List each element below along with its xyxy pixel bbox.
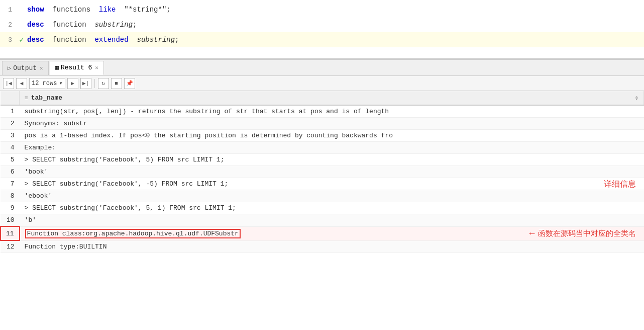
tab-output[interactable]: ▷ Output ✕: [2, 61, 49, 75]
result-icon: ▦: [55, 64, 59, 71]
table-row: 3pos is a 1-based index. If pos<0 the st…: [1, 130, 644, 142]
annotation-label: 函数在源码当中对应的全类名: [538, 229, 636, 238]
row-value-cell: 'ebook': [20, 190, 644, 202]
kw-desc-2: desc: [27, 21, 44, 29]
row-number-cell: 7: [1, 178, 20, 190]
first-page-button[interactable]: |◀: [3, 78, 14, 89]
prev-page-button[interactable]: ◀: [16, 78, 27, 89]
tab-result-label: Result 6: [61, 64, 92, 71]
row-number-cell: 2: [1, 118, 20, 130]
row-value-cell: 'b': [20, 214, 644, 227]
row-value-cell: pos is a 1-based index. If pos<0 the sta…: [20, 130, 644, 142]
nav-divider-1: [94, 79, 95, 88]
last-page-button[interactable]: ▶|: [80, 78, 91, 89]
fn-substring-2: substring: [94, 21, 133, 29]
cell-boxed-content: Function class:org.apache.hadoop.hive.ql…: [25, 229, 241, 238]
kw-desc-3: desc: [27, 36, 44, 44]
editor-line-2: 2 desc function substring;: [0, 17, 644, 32]
rows-select[interactable]: 12 rows ▾: [29, 78, 65, 89]
table-row: 8 'ebook': [1, 190, 644, 202]
kw-extended: extended: [94, 36, 128, 44]
sort-arrow-icon[interactable]: ⇕: [635, 94, 638, 102]
line-number-2: 2: [2, 21, 16, 29]
results-area: ≡ tab_name ⇕ 1substring(str, pos[, len])…: [0, 91, 644, 253]
row-number-cell: 12: [1, 240, 20, 253]
nav-bar: |◀ ◀ 12 rows ▾ ▶ ▶| ↻ ■ 📌: [0, 76, 644, 91]
rows-label: 12 rows: [32, 80, 57, 87]
row-value-cell: > SELECT substring('Facebook', -5) FROM …: [20, 178, 644, 190]
tab-result-close[interactable]: ✕: [95, 64, 98, 71]
table-row: 9 > SELECT substring('Facebook', 5, 1) F…: [1, 202, 644, 214]
table-row: 11Function class:org.apache.hadoop.hive.…: [1, 226, 644, 240]
editor-line-3: 3 ✓ desc function extended substring;: [0, 32, 644, 47]
tab-result6[interactable]: ▦ Result 6 ✕: [50, 61, 104, 75]
editor-line-1: 1 show functions like "*string*";: [0, 2, 644, 17]
kw-like: like: [99, 6, 116, 14]
table-row: 6 'book': [1, 166, 644, 178]
row-number-cell: 11: [1, 226, 20, 240]
row-value-cell: Example:: [20, 142, 644, 154]
table-row: 7 > SELECT substring('Facebook', -5) FRO…: [1, 178, 644, 190]
row-value-cell: Synonyms: substr: [20, 118, 644, 130]
row-number-cell: 10: [1, 214, 20, 227]
row7-annotation-label: 详细信息: [604, 179, 636, 188]
kw-function-2: function: [52, 21, 86, 29]
tabs-bar: ▷ Output ✕ ▦ Result 6 ✕: [0, 60, 644, 76]
code-content-2: desc function substring;: [27, 21, 642, 29]
table-row: 5 > SELECT substring('Facebook', 5) FROM…: [1, 154, 644, 166]
fn-substring-3: substring: [137, 36, 175, 44]
row-number-cell: 1: [1, 105, 20, 118]
table-row: 2Synonyms: substr: [1, 118, 644, 130]
row-annotation: ←函数在源码当中对应的全类名: [529, 228, 636, 238]
row-number-cell: 9: [1, 202, 20, 214]
kw-function-3: function: [52, 36, 86, 44]
editor-area: 1 show functions like "*string*"; 2 desc…: [0, 0, 644, 60]
row-number-cell: 3: [1, 130, 20, 142]
row-value-cell: Function type:BUILTIN: [20, 240, 644, 253]
main-wrapper: 1 show functions like "*string*"; 2 desc…: [0, 0, 644, 330]
table-row: 1substring(str, pos[, len]) - returns th…: [1, 105, 644, 118]
kw-show: show: [27, 6, 44, 14]
annotation-arrow-icon: ←: [529, 228, 535, 238]
line-number-1: 1: [2, 6, 16, 14]
row-num-header: [1, 91, 20, 105]
row-number-cell: 5: [1, 154, 20, 166]
table-body: 1substring(str, pos[, len]) - returns th…: [1, 105, 644, 253]
tab-output-label: Output: [13, 64, 37, 72]
table-header-row: ≡ tab_name ⇕: [1, 91, 644, 105]
col-header-label: tab_name: [31, 94, 62, 102]
rows-dropdown-icon: ▾: [59, 79, 62, 87]
row-value-cell: substring(str, pos[, len]) - returns the…: [20, 105, 644, 118]
editor-extra-space: [0, 47, 644, 56]
next-page-button[interactable]: ▶: [67, 78, 78, 89]
table-row: 12Function type:BUILTIN: [1, 240, 644, 253]
check-mark-icon: ✓: [19, 35, 24, 45]
code-content-3: desc function extended substring;: [27, 36, 642, 44]
stop-button[interactable]: ■: [111, 78, 122, 89]
code-content-1: show functions like "*string*";: [27, 6, 642, 14]
tab-output-close[interactable]: ✕: [40, 65, 43, 71]
results-table: ≡ tab_name ⇕ 1substring(str, pos[, len])…: [0, 91, 644, 253]
row-number-cell: 8: [1, 190, 20, 202]
row-number-cell: 6: [1, 166, 20, 178]
row7-annotation: 详细信息: [604, 179, 636, 189]
line-check-3: ✓: [16, 35, 27, 45]
col-tab-name-header[interactable]: ≡ tab_name ⇕: [20, 91, 644, 105]
refresh-button[interactable]: ↻: [98, 78, 109, 89]
table-row: 4Example:: [1, 142, 644, 154]
pin-button[interactable]: 📌: [124, 78, 135, 89]
line-number-3: 3: [2, 36, 16, 44]
output-icon: ▷: [8, 64, 11, 72]
row-value-cell: > SELECT substring('Facebook', 5) FROM s…: [20, 154, 644, 166]
row-value-cell: Function class:org.apache.hadoop.hive.ql…: [20, 226, 644, 240]
row-value-cell: > SELECT substring('Facebook', 5, 1) FRO…: [20, 202, 644, 214]
row-number-cell: 4: [1, 142, 20, 154]
col-header-icon: ≡: [25, 95, 28, 101]
row-value-cell: 'book': [20, 166, 644, 178]
kw-functions: functions: [52, 6, 90, 14]
table-row: 10 'b': [1, 214, 644, 227]
